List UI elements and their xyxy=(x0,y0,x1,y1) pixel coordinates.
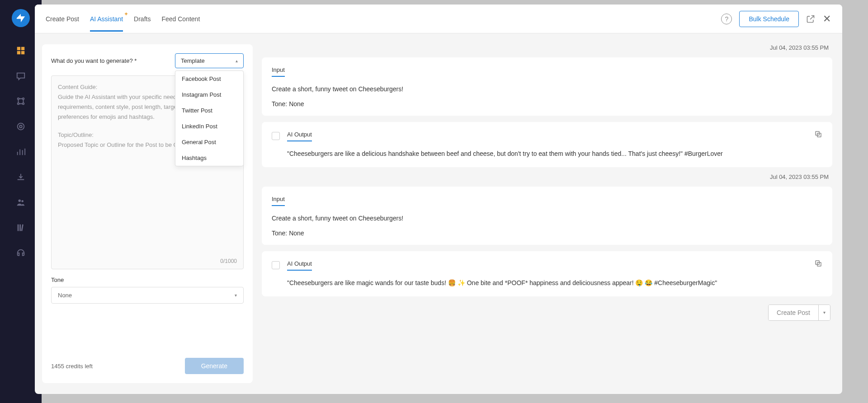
chevron-up-icon: ▴ xyxy=(236,58,238,63)
modal-tabs: Create Post AI Assistant ✦ Drafts Feed C… xyxy=(46,6,721,32)
template-option-facebook[interactable]: Facebook Post xyxy=(175,71,243,87)
create-post-split-button: Create Post ▾ xyxy=(768,305,830,321)
credits-left: 1455 credits left xyxy=(51,363,93,370)
tab-feed-content[interactable]: Feed Content xyxy=(161,6,200,32)
export-icon[interactable] xyxy=(806,14,815,23)
dashboard-icon[interactable] xyxy=(14,44,27,57)
tab-create-post[interactable]: Create Post xyxy=(46,6,79,32)
tab-ai-assistant-label: AI Assistant xyxy=(90,15,123,23)
svg-point-5 xyxy=(23,98,24,100)
copy-icon[interactable] xyxy=(814,130,822,138)
svg-rect-2 xyxy=(17,51,20,54)
output-checkbox[interactable] xyxy=(272,132,280,140)
output-text: "Cheeseburgers are like a delicious hand… xyxy=(287,149,807,159)
right-panel: Jul 04, 2023 03:55 PM Input Create a sho… xyxy=(262,44,835,383)
tab-ai-assistant[interactable]: AI Assistant ✦ xyxy=(90,6,123,32)
target-icon[interactable] xyxy=(14,120,27,133)
output-card: AI Output "Cheeseburgers are like a deli… xyxy=(262,122,832,167)
reports-icon[interactable] xyxy=(14,145,27,158)
library-icon[interactable] xyxy=(14,221,27,234)
app-logo[interactable] xyxy=(12,9,30,27)
left-footer: 1455 credits left Generate xyxy=(51,358,244,374)
svg-rect-1 xyxy=(21,47,24,50)
input-badge: Input xyxy=(272,196,285,206)
template-option-twitter[interactable]: Twitter Post xyxy=(175,103,243,118)
bulk-schedule-button[interactable]: Bulk Schedule xyxy=(739,11,799,27)
output-text: "Cheeseburgers are like magic wands for … xyxy=(287,278,807,288)
create-post-dropdown-toggle[interactable]: ▾ xyxy=(818,305,830,320)
template-select-value: Template xyxy=(181,57,205,64)
svg-point-4 xyxy=(18,98,19,100)
char-count: 0/1000 xyxy=(220,258,237,264)
tone-select-value: None xyxy=(58,292,72,299)
svg-point-8 xyxy=(18,123,24,130)
download-icon[interactable] xyxy=(14,171,27,183)
copy-icon[interactable] xyxy=(814,259,822,267)
users-icon[interactable] xyxy=(14,196,27,209)
template-select[interactable]: Template ▴ xyxy=(175,53,244,68)
input-text: Create a short, funny tweet on Cheesebur… xyxy=(272,84,822,94)
close-icon[interactable]: ✕ xyxy=(822,14,831,23)
help-icon[interactable]: ? xyxy=(721,14,732,24)
svg-rect-14 xyxy=(21,225,24,231)
input-text: Create a short, funny tweet on Cheesebur… xyxy=(272,213,822,223)
template-option-instagram[interactable]: Instagram Post xyxy=(175,87,243,103)
prompt-field-row: What do you want to generate? * Template… xyxy=(51,53,244,68)
modal-header: Create Post AI Assistant ✦ Drafts Feed C… xyxy=(35,5,842,33)
output-badge: AI Output xyxy=(287,131,312,141)
template-select-wrap: Template ▴ Facebook Post Instagram Post … xyxy=(175,53,244,68)
input-badge: Input xyxy=(272,66,285,77)
output-badge: AI Output xyxy=(287,260,312,271)
modal-body: What do you want to generate? * Template… xyxy=(35,33,842,394)
output-checkbox[interactable] xyxy=(272,261,280,269)
card-content: AI Output "Cheeseburgers are like a deli… xyxy=(287,130,807,159)
output-card: AI Output "Cheeseburgers are like magic … xyxy=(262,251,832,296)
template-option-linkedin[interactable]: LinkedIn Post xyxy=(175,118,243,134)
template-dropdown: Facebook Post Instagram Post Twitter Pos… xyxy=(175,70,244,166)
support-icon[interactable] xyxy=(14,247,27,259)
svg-point-6 xyxy=(18,103,19,105)
timestamp: Jul 04, 2023 03:55 PM xyxy=(262,44,832,51)
svg-point-7 xyxy=(23,103,24,105)
chat-icon[interactable] xyxy=(14,70,27,82)
left-panel: What do you want to generate? * Template… xyxy=(42,44,253,383)
timestamp: Jul 04, 2023 03:55 PM xyxy=(262,173,832,180)
input-tone: Tone: None xyxy=(272,100,822,108)
tone-section: Tone None ▾ xyxy=(51,276,244,304)
svg-rect-0 xyxy=(17,47,20,50)
card-content: Input Create a short, funny tweet on Che… xyxy=(272,66,822,108)
input-card: Input Create a short, funny tweet on Che… xyxy=(262,57,832,116)
svg-point-9 xyxy=(19,125,22,128)
create-post-button[interactable]: Create Post xyxy=(769,305,818,320)
sparkle-icon: ✦ xyxy=(124,11,128,17)
bottom-bar: Create Post ▾ xyxy=(262,305,832,321)
network-icon[interactable] xyxy=(14,95,27,108)
svg-point-11 xyxy=(21,200,24,202)
tab-drafts[interactable]: Drafts xyxy=(134,6,151,32)
template-option-general[interactable]: General Post xyxy=(175,134,243,150)
compose-modal: Create Post AI Assistant ✦ Drafts Feed C… xyxy=(35,5,842,394)
card-content: AI Output "Cheeseburgers are like magic … xyxy=(287,259,807,288)
tone-label: Tone xyxy=(51,276,244,283)
input-card: Input Create a short, funny tweet on Che… xyxy=(262,187,832,245)
generate-button[interactable]: Generate xyxy=(185,358,244,374)
svg-rect-12 xyxy=(18,225,19,231)
chevron-down-icon: ▾ xyxy=(823,310,826,315)
prompt-label: What do you want to generate? * xyxy=(51,57,137,64)
input-tone: Tone: None xyxy=(272,230,822,237)
template-option-hashtags[interactable]: Hashtags xyxy=(175,150,243,166)
svg-rect-3 xyxy=(21,51,24,54)
svg-point-10 xyxy=(19,200,21,202)
card-content: Input Create a short, funny tweet on Che… xyxy=(272,195,822,237)
header-actions: ? Bulk Schedule ✕ xyxy=(721,11,831,27)
tone-select[interactable]: None ▾ xyxy=(51,287,244,304)
chevron-down-icon: ▾ xyxy=(235,293,237,298)
svg-rect-13 xyxy=(19,225,21,231)
